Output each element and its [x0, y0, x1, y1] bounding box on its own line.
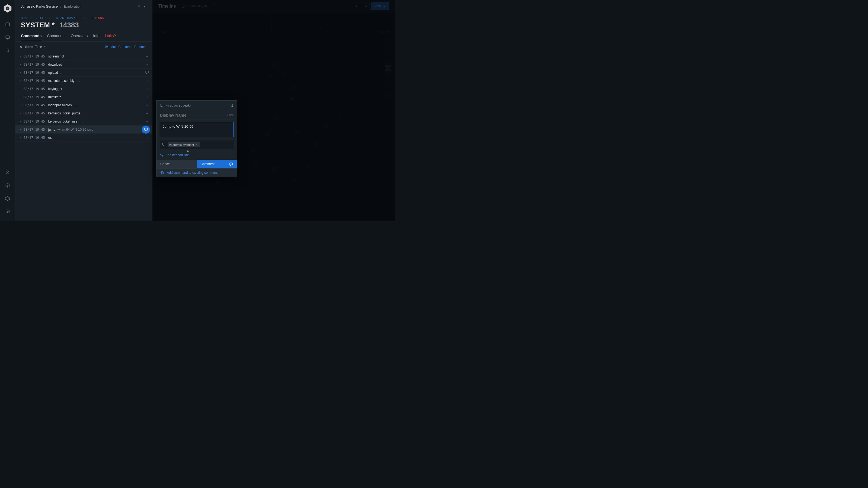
svg-point-13	[7, 198, 8, 199]
has-comment-icon[interactable]	[145, 70, 149, 75]
active-comment-icon[interactable]	[142, 126, 150, 134]
tag-chip[interactable]: #LateralMovement ✕	[167, 142, 199, 147]
tab-links[interactable]: Links?	[105, 34, 116, 41]
chevron-right-icon[interactable]: ›	[20, 63, 21, 66]
command-row[interactable]: ›08/17 19:45jumpwinrm64 WIN-10-99 smb	[16, 126, 152, 134]
tab-operators[interactable]: Operators	[71, 34, 88, 41]
timeline-bar	[265, 28, 265, 30]
crumb-1[interactable]: 2HTTPS	[36, 16, 48, 20]
breadcrumb: HOME/ 2HTTPS/ PNL2K13APVADFS3/ BEACONS	[16, 12, 152, 21]
chevron-right-icon[interactable]: ›	[20, 95, 21, 98]
add-to-existing-button[interactable]: Add command to existing comment	[156, 168, 237, 177]
app-logo	[2, 3, 13, 13]
nav-user-icon[interactable]	[3, 167, 12, 177]
timeline-scrubber[interactable]	[271, 12, 272, 30]
graph-settings-icon[interactable]	[384, 90, 392, 98]
timeline-tick: 04/07	[307, 31, 315, 34]
command-timestamp: 08/17 19:45	[23, 71, 45, 74]
command-row[interactable]: ›08/17 19:45exit…+	[16, 134, 152, 142]
command-row[interactable]: ›08/17 19:45execute-assembly…+	[16, 77, 152, 85]
command-row[interactable]: ›08/17 19:45upload…	[16, 69, 152, 77]
comment-textarea[interactable]	[160, 122, 234, 137]
command-row[interactable]: ›08/17 19:45kerberos_ticket_purge…+	[16, 109, 152, 118]
chevron-right-icon[interactable]: ›	[20, 104, 21, 106]
command-row[interactable]: ›08/17 19:45screenshot…+	[16, 52, 152, 61]
svg-rect-5	[6, 36, 9, 38]
tab-commands[interactable]: Commands	[21, 34, 41, 41]
skip-back-button[interactable]	[352, 2, 360, 10]
chevron-right-icon[interactable]: ›	[20, 79, 21, 82]
svg-line-47	[294, 166, 308, 180]
tab-comments[interactable]: Comments	[47, 34, 65, 41]
display-name-input[interactable]	[160, 113, 234, 118]
nav-settings-icon[interactable]	[3, 194, 12, 203]
add-comment-icon[interactable]: +	[146, 111, 148, 116]
chevron-right-icon[interactable]: ›	[20, 112, 21, 115]
play-button[interactable]: Play	[371, 2, 389, 10]
svg-line-40	[327, 115, 340, 126]
command-timestamp: 08/17 19:45	[23, 103, 45, 107]
nav-list-icon[interactable]	[3, 206, 12, 216]
add-comment-icon[interactable]: +	[146, 119, 148, 124]
chevron-right-icon[interactable]: ›	[20, 71, 21, 74]
command-row[interactable]: ›08/17 19:45download…+	[16, 61, 152, 69]
collapse-all-icon[interactable]: ✕	[19, 45, 23, 49]
svg-line-36	[267, 118, 275, 134]
add-comment-icon[interactable]: +	[146, 54, 148, 59]
nav-search-icon[interactable]	[3, 45, 12, 55]
crumb-2[interactable]: PNL2K13APVADFS3	[55, 16, 84, 20]
command-row[interactable]: ›08/17 19:45kerberos_ticket_use…+	[16, 118, 152, 126]
add-comment-icon[interactable]: +	[146, 78, 148, 83]
svg-marker-27	[365, 5, 366, 7]
command-row[interactable]: ›08/17 19:45mimikatz…+	[16, 93, 152, 101]
svg-line-34	[291, 98, 313, 112]
add-comment-icon[interactable]: +	[146, 135, 148, 140]
command-row[interactable]: ›08/17 19:45logonpasswords…+	[16, 101, 152, 109]
chevron-right-icon[interactable]: ›	[20, 55, 21, 58]
svg-point-62	[254, 162, 258, 166]
command-timestamp: 08/17 19:45	[23, 87, 45, 91]
page-badge: 14383	[59, 21, 79, 29]
sort-value[interactable]: Time	[35, 45, 42, 49]
more-icon[interactable]: ⋮	[143, 4, 147, 9]
add-comment-icon[interactable]: +	[146, 62, 148, 67]
bookmark-icon[interactable]	[230, 104, 234, 108]
nav-presentation-icon[interactable]	[3, 33, 12, 42]
chevron-right-icon[interactable]: ›	[20, 87, 21, 90]
command-row[interactable]: ›08/17 19:45keylogger…+	[16, 85, 152, 93]
timeline-bar	[209, 28, 210, 30]
add-comment-icon[interactable]: +	[146, 103, 148, 107]
collapse-panel-icon[interactable]	[137, 4, 141, 9]
crumb-home[interactable]: HOME	[21, 16, 29, 20]
svg-point-81	[386, 66, 388, 68]
timeline-chart[interactable]: 02/08/1902/1702/2403/0303/1003/1703/2403…	[152, 12, 395, 35]
command-args: …	[64, 63, 67, 66]
comment-submit-button[interactable]: Comment	[197, 160, 237, 168]
svg-marker-29	[384, 5, 385, 7]
chevron-right-icon[interactable]: ›	[20, 128, 21, 131]
tab-info[interactable]: Info	[93, 34, 99, 41]
skip-forward-button[interactable]	[362, 2, 370, 10]
add-comment-icon[interactable]: +	[146, 95, 148, 99]
command-name: jump	[48, 128, 55, 131]
chevron-down-icon[interactable]: ▾	[44, 45, 45, 48]
add-comment-icon[interactable]: +	[146, 87, 148, 91]
svg-point-59	[325, 123, 329, 128]
cancel-button[interactable]: Cancel	[156, 160, 197, 168]
add-beacon-link-button[interactable]: Add beacon link	[156, 152, 237, 160]
chevron-right-icon[interactable]: ›	[20, 120, 21, 123]
chevron-right-icon[interactable]: ›	[20, 136, 21, 139]
command-args: …	[83, 111, 86, 115]
timeline-tick: 05/04/19	[376, 31, 389, 34]
nav-help-icon[interactable]	[3, 181, 12, 190]
command-timestamp: 08/17 19:45	[23, 79, 45, 83]
svg-point-67	[292, 178, 296, 182]
multi-comment-button[interactable]: Multi-Command Comment	[105, 45, 148, 49]
timeline-tick: 03/31	[289, 31, 297, 34]
svg-line-41	[316, 126, 327, 144]
svg-point-68	[306, 165, 310, 168]
remove-tag-icon[interactable]: ✕	[195, 143, 198, 147]
nav-panel-icon[interactable]	[3, 20, 12, 29]
timeline-bar	[258, 26, 258, 30]
timeline-tick: 03/17	[253, 31, 261, 34]
